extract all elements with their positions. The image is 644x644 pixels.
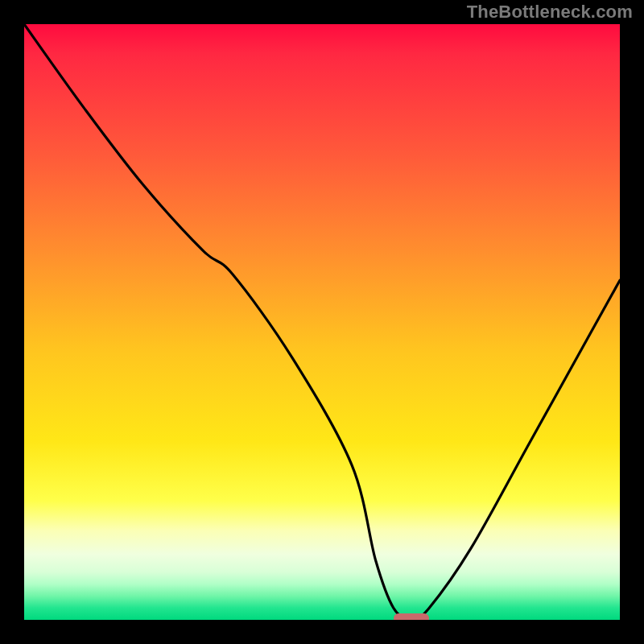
plot-area: [24, 24, 620, 620]
optimal-marker: [394, 613, 429, 620]
chart-frame: TheBottleneck.com: [0, 0, 644, 644]
watermark-text: TheBottleneck.com: [467, 2, 633, 23]
bottleneck-curve: [24, 24, 620, 620]
